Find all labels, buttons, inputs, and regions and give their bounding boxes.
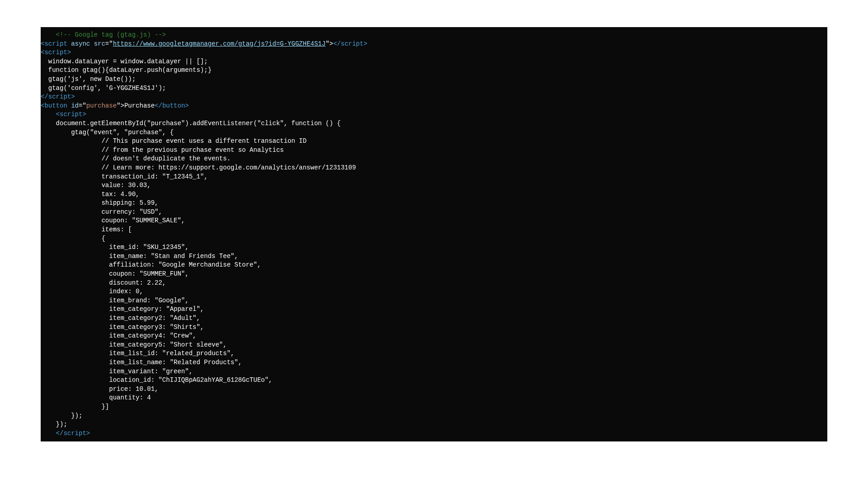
code-line: item_category4: "Crew", [41,332,827,341]
code-line: }); [41,412,827,421]
attr: src [90,40,105,47]
code-line: item_list_name: "Related Products", [41,358,827,367]
code-line: document.getElementById("purchase").addE… [41,119,827,128]
attr-value: purchase [86,102,117,109]
code-line: currency: "USD", [41,208,827,217]
code-line: discount: 2.22, [41,279,827,288]
tag-close: </button> [155,102,189,109]
code-line: item_category: "Apparel", [41,305,827,314]
code-line: price: 10.01, [41,385,827,394]
attr: async [67,40,90,47]
code-line-comment: <!-- Google tag (gtag.js) --> [41,31,827,40]
code-line: coupon: "SUMMER_FUN", [41,270,827,279]
code-line-comment: // This purchase event uses a different … [41,137,827,146]
code-line-comment: // doesn't deduplicate the events. [41,155,827,164]
code-line: { [41,235,827,244]
code-line: coupon: "SUMMER_SALE", [41,216,827,225]
code-line: <button id="purchase">Purchase</button> [41,102,827,111]
code-line-comment: // Learn more: https://support.google.co… [41,164,827,173]
punct: "> [326,40,333,47]
url-link[interactable]: https://www.googletagmanager.com/gtag/js… [113,40,326,47]
code-line: }] [41,403,827,412]
code-line: item_name: "Stan and Friends Tee", [41,252,827,261]
code-line: item_id: "SKU_12345", [41,243,827,252]
code-line: <script async src="https://www.googletag… [41,40,827,49]
punct: "> [117,102,124,109]
code-line: <script> [41,48,827,57]
code-line: item_brand: "Google", [41,296,827,305]
code-block: <!-- Google tag (gtag.js) --><script asy… [41,27,827,441]
code-line: shipping: 5.99, [41,199,827,208]
code-line: transaction_id: "T_12345_1", [41,173,827,182]
tag-open: <button [41,102,67,109]
code-line: gtag('config', 'G-YGGZHE4S1J'); [41,84,827,93]
code-line: <script> [41,110,827,119]
button-label-text: Purchase [124,102,155,109]
tag-open: <script [41,40,67,47]
code-line: item_variant: "green", [41,367,827,376]
punct: =" [79,102,86,109]
tag-close: </script> [333,40,368,47]
code-line: affiliation: "Google Merchandise Store", [41,261,827,270]
attr: id [67,102,79,109]
punct: =" [105,40,113,47]
code-line: location_id: "ChIJIQBpAG2ahYAR_6128GcTUE… [41,376,827,385]
code-line: }); [41,420,827,429]
code-line: item_category2: "Adult", [41,314,827,323]
code-line: gtag("event", "purchase", { [41,128,827,137]
code-line: window.dataLayer = window.dataLayer || [… [41,57,827,66]
code-line: quantity: 4 [41,394,827,403]
code-line: index: 0, [41,287,827,296]
code-line: </script> [41,93,827,102]
code-line: tax: 4.90, [41,190,827,199]
code-line: item_list_id: "related_products", [41,349,827,358]
code-line: </script> [41,429,827,438]
code-line: item_category5: "Short sleeve", [41,341,827,350]
code-line: function gtag(){dataLayer.push(arguments… [41,66,827,75]
code-line: items: [ [41,225,827,235]
code-line: item_category3: "Shirts", [41,323,827,332]
code-line-comment: // from the previous purchase event so A… [41,146,827,155]
code-line: gtag('js', new Date()); [41,75,827,84]
code-line: value: 30.03, [41,181,827,190]
